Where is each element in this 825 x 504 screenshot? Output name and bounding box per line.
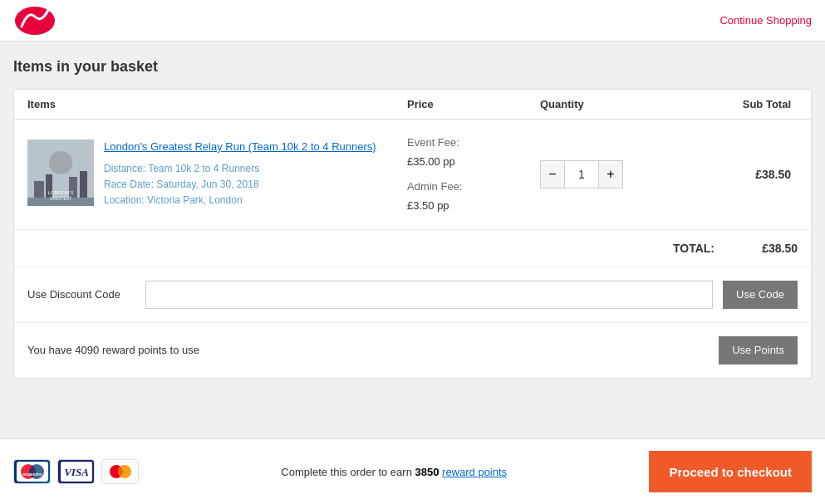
earn-prefix: Complete this order to earn	[281, 466, 415, 478]
item-image: LONDON'S GREATEST	[27, 139, 94, 206]
basket-header: Items Price Quantity Sub Total	[14, 90, 811, 120]
quantity-cell: − 1 +	[540, 160, 690, 188]
reward-points-info: Complete this order to earn 3850 reward …	[281, 466, 507, 478]
item-details: London's Greatest Relay Run (Team 10k 2 …	[104, 139, 407, 209]
reward-row: You have 4090 reward points to use Use P…	[14, 323, 811, 378]
discount-input[interactable]	[145, 281, 713, 309]
svg-rect-6	[80, 171, 87, 198]
event-fee-label: Event Fee:	[407, 133, 540, 152]
item-distance: Distance: Team 10k 2 to 4 Runners	[104, 161, 407, 177]
col-price: Price	[407, 98, 540, 110]
item-meta: Distance: Team 10k 2 to 4 Runners Race D…	[104, 161, 407, 209]
svg-text:LONDON'S: LONDON'S	[48, 190, 74, 195]
col-quantity: Quantity	[540, 98, 690, 110]
table-row: LONDON'S GREATEST London's Greatest Rela…	[14, 120, 811, 230]
quantity-value: 1	[565, 160, 598, 188]
page-title: Items in your basket	[13, 58, 812, 76]
admin-fee-value: £3.50 pp	[407, 196, 540, 215]
proceed-to-checkout-button[interactable]: Proceed to checkout	[649, 451, 812, 492]
decrease-qty-button[interactable]: −	[540, 160, 565, 188]
item-title[interactable]: London's Greatest Relay Run (Team 10k 2 …	[104, 139, 407, 154]
maestro-card-icon: maestro	[13, 459, 51, 484]
item-cell: LONDON'S GREATEST London's Greatest Rela…	[27, 139, 407, 209]
discount-row: Use Discount Code Use Code	[14, 267, 811, 323]
mastercard-icon	[101, 459, 139, 484]
reward-points-link[interactable]: reward points	[442, 466, 507, 478]
total-label: TOTAL:	[673, 242, 715, 255]
earn-points: 3850	[415, 466, 440, 478]
total-value: £38.50	[731, 242, 798, 255]
item-location: Location: Victoria Park, London	[104, 193, 407, 208]
payment-icons: maestro VISA	[13, 459, 139, 484]
discount-label: Use Discount Code	[27, 288, 135, 301]
logo	[13, 5, 56, 37]
event-fee-value: £35.00 pp	[407, 152, 540, 171]
visa-card-icon: VISA	[57, 459, 95, 484]
continue-shopping-link[interactable]: Continue Shopping	[719, 14, 812, 27]
price-cell: Event Fee: £35.00 pp Admin Fee: £3.50 pp	[407, 133, 540, 216]
svg-text:GREATEST: GREATEST	[50, 196, 72, 201]
subtotal-cell: £38.50	[690, 168, 798, 181]
admin-fee-label: Admin Fee:	[407, 177, 540, 196]
use-code-button[interactable]: Use Code	[723, 281, 798, 309]
svg-point-2	[49, 151, 72, 174]
svg-text:maestro: maestro	[22, 472, 42, 477]
reward-label: You have 4090 reward points to use	[27, 344, 210, 356]
use-points-button[interactable]: Use Points	[719, 336, 798, 365]
total-row: TOTAL: £38.50	[14, 230, 811, 267]
item-race-date: Race Date: Saturday, Jun 30, 2018	[104, 177, 407, 193]
col-subtotal: Sub Total	[690, 98, 798, 110]
page-footer: maestro VISA Complete this order to earn…	[0, 438, 825, 504]
basket-container: Items Price Quantity Sub Total	[13, 89, 812, 379]
increase-qty-button[interactable]: +	[598, 160, 623, 188]
svg-rect-3	[34, 181, 44, 198]
col-items: Items	[27, 98, 407, 110]
svg-text:VISA: VISA	[64, 466, 89, 478]
page-content: Items in your basket Items Price Quantit…	[0, 42, 825, 395]
header: Continue Shopping	[0, 0, 825, 42]
